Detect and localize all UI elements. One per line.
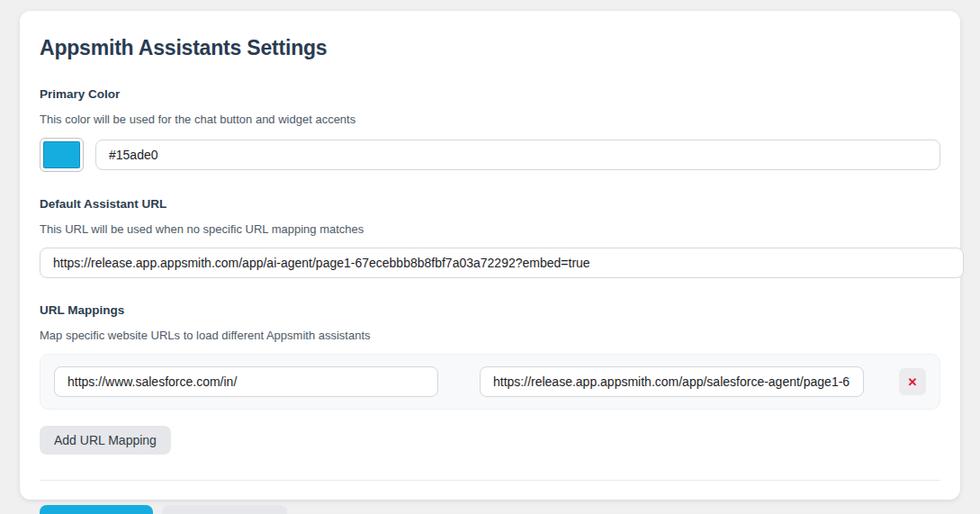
primary-color-input[interactable] — [95, 140, 940, 170]
default-assistant-url-section: Default Assistant URL This URL will be u… — [40, 197, 940, 278]
add-url-mapping-button[interactable]: Add URL Mapping — [40, 426, 171, 455]
primary-color-description: This color will be used for the chat but… — [40, 113, 940, 126]
reset-to-defaults-button[interactable]: Reset to Defaults — [162, 505, 287, 514]
save-changes-button[interactable]: Save Changes — [40, 505, 153, 514]
default-assistant-url-input[interactable] — [40, 248, 964, 278]
settings-card: Appsmith Assistants Settings Primary Col… — [20, 11, 960, 500]
section-divider — [40, 480, 940, 481]
mapping-assistant-url-input[interactable] — [480, 366, 864, 397]
close-icon: ✕ — [908, 375, 918, 389]
url-mappings-description: Map specific website URLs to load differ… — [40, 329, 940, 342]
default-assistant-url-label: Default Assistant URL — [40, 197, 940, 211]
primary-color-section: Primary Color This color will be used fo… — [40, 87, 940, 172]
mapping-website-url-input[interactable] — [54, 366, 438, 397]
url-mappings-label: URL Mappings — [40, 303, 940, 317]
remove-mapping-button[interactable]: ✕ — [899, 368, 926, 395]
default-assistant-url-description: This URL will be used when no specific U… — [40, 222, 940, 236]
actions-bar: Save Changes Reset to Defaults — [40, 505, 940, 514]
color-swatch-fill — [43, 141, 80, 168]
url-mapping-row: ✕ — [40, 354, 940, 410]
url-mappings-section: URL Mappings Map specific website URLs t… — [40, 303, 940, 455]
primary-color-label: Primary Color — [40, 87, 940, 101]
page-title: Appsmith Assistants Settings — [40, 36, 940, 60]
color-picker-swatch[interactable] — [40, 138, 84, 172]
